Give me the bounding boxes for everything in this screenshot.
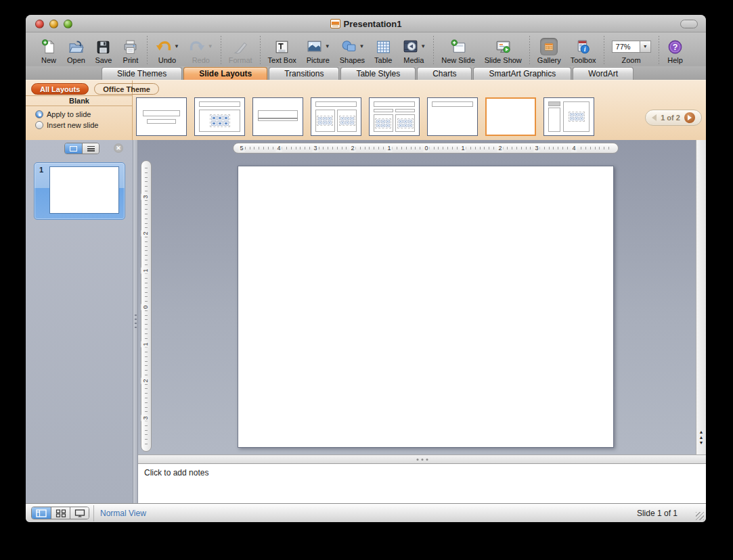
layout-title-slide[interactable] [136,97,187,136]
powerpoint-window: Presentation1 New Open Save P [26,15,706,522]
slide-show-view-icon [74,509,85,517]
media-icon [401,38,419,55]
help-button[interactable]: ? Help [662,38,689,64]
zoom-dropdown-button[interactable]: ▼ [640,41,651,53]
splitter-grip-icon [135,314,137,329]
tab-transitions[interactable]: Transitions [269,67,339,80]
normal-view-icon [36,509,47,517]
slide-canvas[interactable] [238,166,614,448]
media-dropdown-arrow[interactable]: ▼ [420,44,426,49]
insert-new-slide-option[interactable]: Insert new slide [35,121,98,129]
slide-show-view-button[interactable] [70,507,89,519]
pager-next-button[interactable] [684,112,695,123]
new-button[interactable]: New [35,38,62,64]
previous-slide-icon[interactable]: ▲ [699,435,704,440]
notes-splitter[interactable] [138,454,706,464]
resize-grip[interactable] [696,512,704,520]
layout-comparison[interactable] [369,97,420,136]
print-button[interactable]: Print [117,38,144,64]
close-panel-button[interactable]: ✕ [114,143,123,153]
ruler-label: 1 [386,144,392,152]
editing-pane: 5 4 3 2 1 0 1 2 3 4 3 2 1 0 1 [138,140,706,503]
new-slide-icon [449,38,467,55]
picture-button[interactable]: ▼ Picture [301,37,335,64]
ruler-label: 1 [460,144,466,152]
gallery-options-panel: All Layouts Office Theme Blank Apply to … [26,80,133,140]
tab-label: Charts [432,69,456,78]
undo-label: Undo [158,56,176,64]
picture-dropdown-arrow[interactable]: ▼ [325,44,330,49]
pager-previous-icon[interactable] [652,114,657,121]
vertical-scrollbar[interactable]: ▲ ▲ ▼ [696,140,706,454]
text-box-icon [273,38,291,55]
slide-thumbnail-image [49,166,119,214]
tab-label: Table Styles [356,69,400,78]
apply-to-slide-option[interactable]: Apply to slide [35,110,98,118]
outline-view-button[interactable] [82,143,99,154]
notes-pane[interactable]: Click to add notes [138,464,706,503]
filter-office-theme[interactable]: Office Theme [94,83,159,95]
elements-gallery-tabs: Slide Themes Slide Layouts Transitions T… [26,66,706,80]
layout-title-only[interactable] [427,97,478,136]
toolbar-toggle-capsule[interactable] [680,20,698,28]
layout-thumbnails [136,97,594,136]
tab-label: Slide Layouts [199,69,252,78]
redo-label: Redo [192,56,210,64]
panel-splitter[interactable] [133,140,138,503]
undo-icon [155,38,173,55]
splitter-grip-icon [416,459,428,461]
main-area: ✕ 1 5 4 3 2 1 0 1 2 [26,140,706,503]
table-button[interactable]: Table [370,38,397,64]
slide-panel-header: ✕ [26,140,133,158]
redo-dropdown-arrow: ▼ [208,44,213,49]
slide-layouts-gallery: All Layouts Office Theme Blank Apply to … [26,80,706,140]
document-proxy-icon[interactable] [330,19,340,28]
undo-button[interactable]: ▼ Undo [150,37,184,64]
shapes-button[interactable]: ▼ Shapes [335,37,370,64]
tab-slide-layouts[interactable]: Slide Layouts [183,67,267,80]
new-slide-button[interactable]: New Slide [437,38,480,64]
zoom-value-field[interactable]: 77% [612,41,640,53]
save-button[interactable]: Save [90,38,117,64]
panel-view-switcher [64,143,99,154]
shapes-dropdown-arrow[interactable]: ▼ [359,44,364,49]
format-button: Format [224,38,257,64]
filter-all-layouts[interactable]: All Layouts [31,83,89,95]
ruler-label: 4 [275,144,282,152]
layout-content-with-caption[interactable] [543,97,594,136]
slide-thumbnail-selected[interactable]: 1 [34,162,125,220]
layout-two-content[interactable] [311,97,361,136]
undo-dropdown-arrow[interactable]: ▼ [174,44,179,49]
toolbox-button[interactable]: i Toolbox [566,38,601,64]
tab-slide-themes[interactable]: Slide Themes [102,67,182,80]
tab-smartart-graphics[interactable]: SmartArt Graphics [473,67,571,80]
tab-charts[interactable]: Charts [417,67,472,80]
ruler-label: 3 [141,415,150,421]
text-box-button[interactable]: Text Box [263,38,301,64]
slides-view-button[interactable] [65,143,82,154]
window-title: Presentation1 [344,19,402,29]
gallery-button[interactable]: Gallery [533,38,566,64]
title-bar[interactable]: Presentation1 [26,15,706,32]
text-box-label: Text Box [268,56,296,64]
pager-next-icon [688,115,692,120]
media-label: Media [403,56,424,64]
new-label: New [41,56,56,64]
ruler-label: 0 [141,304,150,310]
open-folder-icon [67,38,85,55]
format-label: Format [229,56,252,64]
print-icon [122,38,139,55]
next-slide-icon[interactable]: ▼ [699,440,704,445]
slide-sorter-view-button[interactable] [51,507,70,519]
layout-blank[interactable] [485,97,536,136]
tab-wordart[interactable]: WordArt [573,67,634,80]
layout-section-header[interactable] [252,97,303,136]
slide-sorter-icon [55,509,66,517]
open-button[interactable]: Open [62,38,90,64]
layout-title-and-content[interactable] [194,97,245,136]
tab-table-styles[interactable]: Table Styles [340,67,416,80]
slide-show-button[interactable]: Slide Show [480,38,527,64]
media-button[interactable]: ▼ Media [397,37,430,64]
scroll-up-icon[interactable]: ▲ [699,429,704,434]
normal-view-button[interactable] [32,507,51,519]
